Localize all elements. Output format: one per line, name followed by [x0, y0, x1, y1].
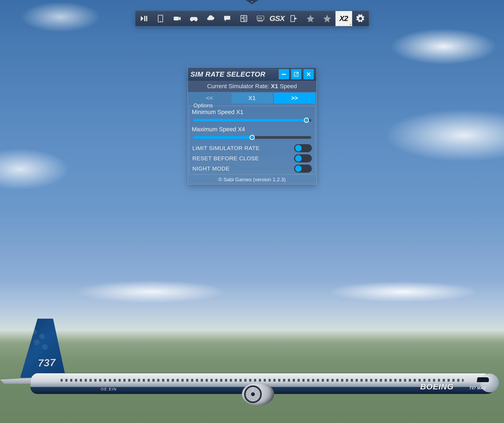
aircraft-wing — [151, 381, 243, 389]
current-rate-suffix: Speed — [278, 83, 297, 90]
panel-footer: © Sabi Games (version 1.2.3) — [188, 176, 316, 184]
toggle-knob — [295, 155, 302, 162]
aircraft-hstab — [0, 377, 54, 384]
current-rate-readout: Current Simulator Rate: X1 Speed — [188, 81, 316, 92]
svg-rect-18 — [282, 74, 286, 75]
favorite-1-button[interactable] — [302, 11, 319, 26]
close-button[interactable] — [303, 69, 314, 79]
pause-play-button[interactable] — [135, 11, 152, 26]
aircraft-belly — [30, 387, 494, 394]
toggle-row: LIMIT SIMULATOR RATE — [192, 143, 312, 153]
max-speed-slider[interactable] — [193, 135, 311, 140]
svg-rect-13 — [258, 20, 259, 22]
briefing-button[interactable]: B P — [235, 11, 252, 26]
aircraft-windows — [60, 379, 464, 382]
fcr-button[interactable]: FCR — [252, 11, 269, 26]
engine-cone — [251, 392, 255, 396]
slider-thumb[interactable] — [249, 135, 255, 140]
slider-thumb[interactable] — [304, 118, 309, 123]
rate-slower-button[interactable]: << — [189, 93, 230, 104]
toggle-row: NIGHT MODE — [192, 163, 312, 174]
svg-text:P: P — [244, 19, 246, 22]
minimize-button[interactable] — [279, 69, 289, 79]
aircraft-nose — [480, 374, 499, 392]
reset-before-close-toggle[interactable] — [294, 154, 312, 162]
aircraft-cockpit-window — [477, 377, 489, 382]
aircraft-registration: OE.EIN — [101, 387, 117, 391]
aircraft-model: 737 MAX — [469, 386, 486, 390]
max-speed-label: Maximum Speed X4 — [192, 126, 312, 133]
toolbar-expand-chevron[interactable] — [246, 0, 259, 4]
sim-rate-panel: SIM RATE SELECTOR Current Simulator Rate… — [188, 67, 317, 184]
panel-titlebar[interactable]: SIM RATE SELECTOR — [188, 67, 316, 81]
options-group: Options Minimum Speed X1 Maximum Speed X… — [189, 106, 315, 175]
flight-plan-button[interactable] — [285, 11, 302, 26]
weather-button[interactable] — [202, 11, 219, 26]
svg-rect-16 — [262, 20, 262, 22]
svg-text:B: B — [241, 16, 243, 19]
favorite-2-button[interactable] — [319, 11, 335, 26]
aircraft-engine — [242, 383, 274, 406]
camera-button[interactable] — [169, 11, 185, 26]
slider-fill — [193, 136, 252, 139]
aircraft-brand: BOEING — [420, 382, 453, 391]
gsx-label: GSX — [269, 14, 284, 23]
svg-rect-1 — [146, 16, 147, 21]
popout-button[interactable] — [291, 69, 301, 79]
slider-fill — [193, 119, 306, 122]
night-mode-toggle[interactable] — [294, 165, 312, 173]
rate-reset-button[interactable]: X1 — [231, 93, 273, 104]
toggle-label: RESET BEFORE CLOSE — [192, 155, 259, 162]
svg-rect-17 — [291, 16, 294, 22]
tablet-button[interactable] — [152, 11, 169, 26]
toggle-label: NIGHT MODE — [192, 165, 230, 172]
toggle-knob — [295, 165, 302, 172]
svg-rect-15 — [260, 20, 261, 22]
controls-button[interactable] — [185, 11, 202, 26]
rate-faster-button[interactable]: >> — [274, 93, 315, 104]
panel-title: SIM RATE SELECTOR — [191, 70, 277, 79]
min-speed-slider[interactable] — [193, 118, 311, 123]
atc-chat-button[interactable] — [219, 11, 235, 26]
current-rate-value: X1 — [271, 83, 278, 90]
options-legend: Options — [192, 102, 215, 109]
aircraft-fuselage — [30, 373, 494, 394]
aircraft-scene: 737 OE.EIN BOEING 737 MAX — [0, 332, 504, 418]
toggle-row: RESET BEFORE CLOSE — [192, 153, 312, 163]
toggle-label: LIMIT SIMULATOR RATE — [192, 145, 260, 151]
aircraft-tailfin — [20, 319, 66, 378]
svg-rect-14 — [259, 20, 260, 22]
svg-text:FCR: FCR — [258, 17, 262, 19]
engine-fan — [244, 385, 262, 403]
limit-rate-toggle[interactable] — [294, 144, 312, 152]
sim-rate-label: X2 — [339, 14, 348, 23]
svg-point-3 — [160, 21, 161, 22]
toggle-knob — [295, 145, 302, 151]
settings-button[interactable] — [352, 11, 369, 26]
gsx-button[interactable]: GSX — [269, 11, 285, 26]
min-speed-label: Minimum Speed X1 — [192, 109, 312, 116]
svg-rect-4 — [174, 17, 178, 20]
aircraft-tail-number: 737 — [38, 357, 56, 369]
current-rate-prefix: Current Simulator Rate: — [207, 83, 271, 90]
sim-rate-button[interactable]: X2 — [335, 11, 352, 26]
svg-rect-0 — [144, 16, 145, 21]
in-game-toolbar: B P FCR GSX X2 — [135, 11, 369, 26]
